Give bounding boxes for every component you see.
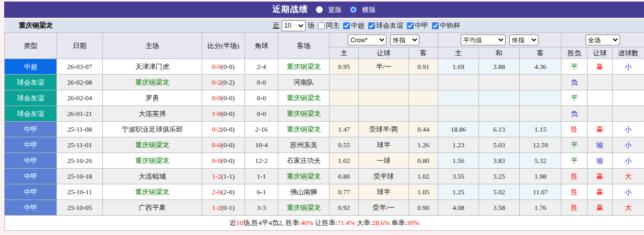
avg-away-odds-cell: 1.76 [520, 200, 561, 216]
handicap-result-cell [588, 90, 613, 106]
goals-result-cell: 大 [613, 200, 644, 216]
crow-away-odds-cell [409, 90, 438, 106]
crow-home-odds-cell: 0.80 [330, 169, 359, 184]
away-team-cell: 河南队 [278, 75, 330, 90]
league-super-checkbox[interactable] [343, 22, 350, 29]
away-team-cell: 重庆铜梁龙 [278, 122, 330, 137]
page: 近期战绩 竖版 横版 重庆铜梁龙 近 10 场 同主 中超 球会友谊 中甲 中协… [0, 0, 644, 231]
league-cup-label[interactable]: 中协杯 [440, 21, 460, 30]
results-table: 类型 日期 主场 比分(半场) 角球 客场 Crow* 终指 平均值 [4, 32, 644, 231]
handicap-result-cell: 赢 [588, 59, 613, 75]
crow-home-odds-cell: 1.02 [330, 153, 359, 169]
league-friendly-checkbox[interactable] [368, 22, 375, 29]
league-type-badge: 中甲 [5, 200, 57, 216]
avg-draw-odds-cell [479, 90, 520, 106]
league-one-label[interactable]: 中甲 [415, 21, 428, 30]
handicap-result-cell [588, 75, 613, 90]
full-match-select[interactable]: 全场 [586, 34, 620, 45]
score-cell: 0-0(0-0) [202, 90, 245, 106]
recent-count-select[interactable]: 10 [282, 20, 306, 31]
date-cell: 26-01-21 [57, 106, 103, 122]
final-index-select-1[interactable]: 终指 [390, 34, 419, 45]
score-cell: 1-2(0-1) [202, 200, 245, 216]
away-team-cell: 重庆铜梁龙 [278, 106, 330, 122]
outcome-cell: 平 [561, 59, 588, 75]
crow-handicap-cell: 受球半/两 [359, 122, 409, 137]
sub-header-goals: 进球数 [613, 48, 644, 59]
outcome-cell: 胜 [561, 200, 588, 216]
average-select[interactable]: 平均值 [461, 34, 506, 45]
table-row: 中超26-03-07天津津门虎0-0(0-0)2-4重庆铜梁龙0.95半/一0.… [5, 59, 644, 75]
crow-away-odds-cell: 1.05 [409, 184, 438, 200]
avg-away-odds-cell: 5.32 [520, 153, 561, 169]
date-cell: 25-11-08 [57, 122, 103, 137]
vertical-layout-label[interactable]: 竖版 [329, 5, 342, 15]
date-cell: 25-10-26 [57, 153, 103, 169]
table-row: 球会友谊26-02-04罗勇0-0(0-0)0-0重庆铜梁龙平 [5, 90, 644, 106]
same-home-label[interactable]: 同主 [326, 21, 339, 30]
unit-label: 场 [308, 21, 314, 30]
league-super-label[interactable]: 中超 [351, 21, 365, 30]
crow-away-odds-cell: 0.91 [409, 59, 438, 75]
table-row: 中甲25-10-26重庆铜梁龙0-0(0-0)12-2石家庄功夫1.02一球0.… [5, 153, 644, 169]
sub-header-crow-home: 主 [330, 48, 359, 59]
goals-result-cell: 小 [613, 59, 644, 75]
home-team-cell: 天津津门虎 [103, 59, 202, 75]
vertical-layout-radio[interactable] [316, 6, 323, 13]
same-home-checkbox[interactable] [318, 22, 325, 29]
avg-draw-odds-cell [479, 75, 520, 90]
corner-cell: 0-0 [245, 75, 278, 90]
avg-home-odds-cell [438, 90, 479, 106]
league-type-badge: 中甲 [5, 122, 57, 137]
date-cell: 26-03-07 [57, 59, 103, 75]
outcome-cell: 胜 [561, 184, 588, 200]
table-row: 中甲25-10-18大连鲲城1-2(1-1)1-1重庆铜梁龙0.80受半球1.0… [5, 169, 644, 184]
final-index-select-2[interactable]: 终指 [509, 34, 538, 45]
crow-home-odds-cell: 0.95 [330, 59, 359, 75]
table-row: 球会友谊26-02-08重庆铜梁龙0-2(0-2)0-0河南队负 [5, 75, 644, 90]
corner-cell: 1-1 [245, 169, 278, 184]
corner-cell: 12-2 [245, 153, 278, 169]
crow-away-odds-cell: 1.02 [409, 169, 438, 184]
sub-header-avg-home: 主 [438, 48, 479, 59]
home-team-cell: 广西平果 [103, 200, 202, 216]
score-cell: 1-2(1-1) [202, 169, 245, 184]
outcome-cell: 平 [561, 90, 588, 106]
corner-cell: 2-4 [245, 59, 278, 75]
league-cup-checkbox[interactable] [432, 22, 439, 29]
avg-draw-odds-cell: 3.88 [479, 59, 520, 75]
horizontal-layout-radio[interactable] [350, 6, 357, 13]
league-friendly-label[interactable]: 球会友谊 [376, 21, 403, 30]
avg-away-odds-cell: 1.15 [520, 122, 561, 137]
sub-header-outcome: 胜负 [561, 48, 588, 59]
home-team-cell: 重庆铜梁龙 [103, 153, 202, 169]
horizontal-layout-label[interactable]: 横版 [362, 5, 376, 15]
goals-result-cell [613, 75, 644, 90]
goals-result-cell: 小 [613, 137, 644, 153]
crow-away-odds-cell [409, 106, 438, 122]
crow-handicap-cell: 半/一 [359, 59, 409, 75]
corner-cell: 3-3 [245, 200, 278, 216]
crow-away-odds-cell [409, 75, 438, 90]
handicap-result-cell: 赢 [588, 169, 613, 184]
result-header-group: 全场 [561, 33, 644, 48]
crow-away-odds-cell: 1.26 [409, 137, 438, 153]
bookmaker-select[interactable]: Crow* [348, 34, 387, 45]
league-type-badge: 球会友谊 [5, 75, 57, 90]
avg-draw-odds-cell: 5.03 [479, 137, 520, 153]
league-type-badge: 中甲 [5, 184, 57, 200]
score-cell: 2-0(2-0) [202, 184, 245, 200]
table-row: 球会友谊26-01-21大连英博1-0(0-0)0-0重庆铜梁龙负 [5, 106, 644, 122]
sub-header-crow-away: 客 [409, 48, 438, 59]
recent-link[interactable]: 近 [273, 21, 279, 30]
avg-away-odds-cell [520, 75, 561, 90]
filter-bar: 重庆铜梁龙 近 10 场 同主 中超 球会友谊 中甲 中协杯 [4, 19, 644, 32]
league-one-checkbox[interactable] [407, 22, 414, 29]
score-cell: 0-2(0-2) [202, 75, 245, 90]
avg-home-odds-cell: 4.08 [438, 200, 479, 216]
crow-away-odds-cell: 0.80 [409, 153, 438, 169]
date-cell: 25-10-18 [57, 169, 103, 184]
avg-away-odds-cell: 1.98 [520, 169, 561, 184]
outcome-cell: 负 [561, 75, 588, 90]
avg-draw-odds-cell: 3.83 [479, 153, 520, 169]
